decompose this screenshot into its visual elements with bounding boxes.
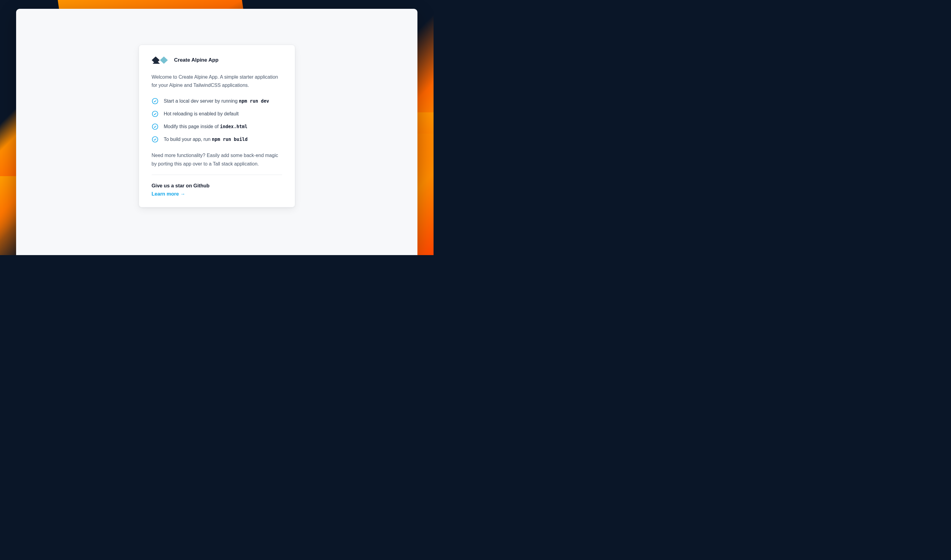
check-circle-icon xyxy=(152,111,158,117)
welcome-card: Create Alpine App Welcome to Create Alpi… xyxy=(139,45,295,208)
svg-point-5 xyxy=(152,124,157,129)
cta-title: Give us a star on Github xyxy=(152,183,282,189)
alpine-logo-icon xyxy=(152,57,168,64)
checklist-item-text: Hot reloading is enabled by default xyxy=(164,111,239,117)
checklist-item: Hot reloading is enabled by default xyxy=(152,111,282,117)
svg-point-4 xyxy=(152,111,157,117)
checklist-item-text: Modify this page inside of index.html xyxy=(164,124,247,129)
checklist-item: Start a local dev server by running npm … xyxy=(152,98,282,105)
app-window: Create Alpine App Welcome to Create Alpi… xyxy=(16,9,417,255)
card-title: Create Alpine App xyxy=(174,57,219,63)
check-circle-icon xyxy=(152,136,158,143)
card-header: Create Alpine App xyxy=(152,57,282,64)
svg-marker-2 xyxy=(160,57,168,64)
divider xyxy=(152,175,282,175)
checklist-item: To build your app, run npm run build xyxy=(152,136,282,143)
checklist-item-text: To build your app, run npm run build xyxy=(164,137,248,142)
checklist-item-text: Start a local dev server by running npm … xyxy=(164,98,269,104)
svg-point-3 xyxy=(152,98,157,104)
check-circle-icon xyxy=(152,123,158,130)
footer-text: Need more functionality? Easily add some… xyxy=(152,151,282,168)
checklist: Start a local dev server by running npm … xyxy=(152,98,282,143)
svg-point-6 xyxy=(152,137,157,142)
learn-more-link[interactable]: Learn more → xyxy=(152,191,185,197)
checklist-item: Modify this page inside of index.html xyxy=(152,123,282,130)
check-circle-icon xyxy=(152,98,158,105)
intro-text: Welcome to Create Alpine App. A simple s… xyxy=(152,73,282,89)
